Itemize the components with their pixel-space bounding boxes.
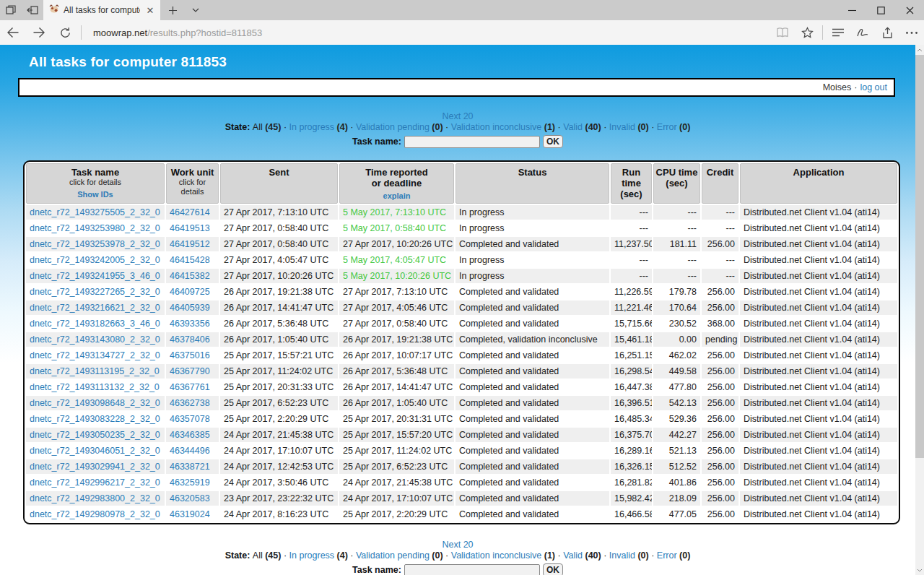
saved-tabs-icon[interactable] (0, 0, 22, 20)
task-name-link[interactable]: dnetc_r72_1493242005_2_32_0 (30, 255, 160, 265)
show-ids-link[interactable]: Show IDs (77, 190, 113, 199)
vertical-scrollbar[interactable] (915, 45, 924, 575)
col-header-task-name: Task name click for details Show IDs (26, 163, 165, 204)
work-unit-link[interactable]: 46319024 (170, 509, 210, 519)
task-name-link[interactable]: dnetc_r72_1493046051_2_32_0 (30, 446, 160, 456)
work-unit-link[interactable]: 46393356 (170, 319, 210, 329)
filter-separator: · (443, 550, 451, 561)
status-cell: In progress (456, 221, 609, 235)
work-unit-link[interactable]: 46344496 (170, 446, 210, 456)
task-name-link[interactable]: dnetc_r72_1493113132_2_32_0 (30, 382, 160, 392)
task-name-link[interactable]: dnetc_r72_1493253980_2_32_0 (30, 223, 160, 233)
state-filter-count: (45) (263, 122, 282, 132)
work-unit-link[interactable]: 46367790 (170, 366, 210, 376)
task-name-link[interactable]: dnetc_r72_1493113195_2_32_0 (30, 366, 160, 376)
set-tabs-aside-icon[interactable] (22, 0, 43, 20)
explain-link[interactable]: explain (383, 191, 411, 201)
scrollbar-down-icon[interactable] (915, 565, 924, 575)
run-time-cell: 16,251.15 (611, 348, 652, 363)
browser-tab[interactable]: All tasks for computer 8 ✕ (43, 0, 160, 20)
state-filter-validation-pending[interactable]: Validation pending (356, 550, 430, 561)
task-name-link[interactable]: dnetc_r72_1493083228_2_32_0 (30, 414, 160, 424)
work-unit-link[interactable]: 46346385 (170, 430, 210, 440)
favorites-star-icon[interactable] (795, 27, 819, 39)
task-name-link[interactable]: dnetc_r72_1493216621_2_32_0 (30, 303, 160, 313)
work-unit-link[interactable]: 46320583 (170, 493, 210, 503)
task-name-link[interactable]: dnetc_r72_1493241955_3_46_0 (30, 271, 160, 281)
new-tab-button[interactable] (160, 0, 185, 20)
state-filter-invalid[interactable]: Invalid (609, 550, 635, 561)
settings-ellipsis-icon[interactable] (899, 31, 924, 35)
state-filter-count: (0) (635, 122, 649, 132)
state-filter-error[interactable]: Error (657, 550, 677, 561)
next-20-link-top[interactable]: Next 20 (442, 111, 473, 121)
state-filter-validation-inconclusive[interactable]: Validation inconclusive (451, 550, 542, 561)
task-name-link[interactable]: dnetc_r72_1493134727_2_32_0 (30, 350, 160, 360)
work-unit-link[interactable]: 46378406 (170, 334, 210, 345)
run-time-cell: --- (611, 269, 652, 283)
web-note-pen-icon[interactable] (850, 27, 875, 38)
state-filter-count: (45) (263, 550, 282, 561)
work-unit-link[interactable]: 46415428 (170, 255, 210, 265)
state-filter-valid[interactable]: Valid (563, 122, 583, 132)
work-unit-cell: 46367790 (166, 364, 219, 379)
state-filter-invalid[interactable]: Invalid (609, 122, 635, 132)
scrollbar-up-icon[interactable] (915, 45, 924, 55)
work-unit-link[interactable]: 46419513 (170, 223, 210, 233)
work-unit-link[interactable]: 46415382 (170, 271, 210, 281)
application-cell: Distributed.net Client v1.04 (ati14) (740, 253, 897, 267)
work-unit-link[interactable]: 46409725 (170, 287, 210, 297)
reading-view-icon[interactable] (770, 27, 795, 38)
filter-separator: · (281, 122, 289, 132)
window-maximize-button[interactable] (866, 0, 895, 20)
hub-icon[interactable] (826, 27, 850, 38)
window-close-button[interactable] (895, 0, 924, 20)
work-unit-link[interactable]: 46427614 (170, 207, 210, 217)
task-name-link[interactable]: dnetc_r72_1493098648_2_32_0 (30, 398, 160, 408)
logout-link[interactable]: log out (860, 82, 887, 92)
credit-cell: 256.00 (702, 301, 738, 315)
task-name-link[interactable]: dnetc_r72_1492996217_2_32_0 (30, 477, 160, 488)
window-minimize-button[interactable] (837, 0, 866, 20)
state-filter-error[interactable]: Error (657, 122, 677, 132)
scrollbar-thumb[interactable] (915, 55, 924, 458)
work-unit-link[interactable]: 46338721 (170, 462, 210, 472)
state-filter-valid[interactable]: Valid (563, 550, 583, 561)
tab-close-icon[interactable]: ✕ (144, 5, 156, 16)
work-unit-link[interactable]: 46362738 (170, 398, 210, 408)
task-name-link[interactable]: dnetc_r72_1492983800_2_32_0 (30, 493, 160, 503)
sent-cell: 24 Apr 2017, 12:42:53 UTC (220, 459, 338, 474)
task-name-link[interactable]: dnetc_r72_1493275505_2_32_0 (30, 207, 160, 217)
ok-button[interactable]: OK (543, 135, 563, 148)
task-name-link[interactable]: dnetc_r72_1493182663_3_46_0 (30, 319, 160, 329)
share-icon[interactable] (875, 27, 899, 39)
task-name-link[interactable]: dnetc_r72_1493253978_2_32_0 (30, 239, 160, 249)
ok-button[interactable]: OK (543, 563, 563, 575)
work-unit-link[interactable]: 46405939 (170, 303, 210, 313)
forward-icon[interactable] (26, 26, 52, 39)
task-name-link[interactable]: dnetc_r72_1493143080_2_32_0 (30, 334, 160, 345)
task-name-link[interactable]: dnetc_r72_1493029941_2_32_0 (30, 462, 160, 472)
state-filter-validation-pending[interactable]: Validation pending (356, 122, 430, 132)
next-20-link-bottom[interactable]: Next 20 (442, 540, 473, 550)
work-unit-link[interactable]: 46325919 (170, 477, 210, 488)
state-filter-in-progress[interactable]: In progress (289, 122, 335, 132)
sent-cell: 25 Apr 2017, 20:31:33 UTC (220, 380, 338, 394)
task-name-link[interactable]: dnetc_r72_1493227265_2_32_0 (30, 287, 160, 297)
task-name-link[interactable]: dnetc_r72_1493050235_2_32_0 (30, 430, 160, 440)
work-unit-link[interactable]: 46375016 (170, 350, 210, 360)
state-filter-in-progress[interactable]: In progress (289, 550, 335, 561)
refresh-icon[interactable] (52, 27, 78, 39)
state-filter-validation-inconclusive[interactable]: Validation inconclusive (451, 122, 542, 132)
task-name-input[interactable] (404, 564, 540, 575)
work-unit-link[interactable]: 46367761 (170, 382, 210, 392)
task-name-link[interactable]: dnetc_r72_1492980978_2_32_0 (30, 509, 160, 519)
table-row: dnetc_r72_1493275505_2_32_04642761427 Ap… (26, 205, 897, 220)
time-reported-cell: 25 Apr 2017, 6:52:23 UTC (339, 459, 454, 474)
url-field[interactable]: moowrap.net/results.php?hostid=811853 (84, 27, 770, 38)
task-name-input[interactable] (404, 136, 540, 148)
work-unit-link[interactable]: 46357078 (170, 414, 210, 424)
back-icon[interactable] (0, 26, 26, 39)
tab-preview-chevron-icon[interactable] (185, 0, 206, 20)
work-unit-link[interactable]: 46419512 (170, 239, 210, 249)
